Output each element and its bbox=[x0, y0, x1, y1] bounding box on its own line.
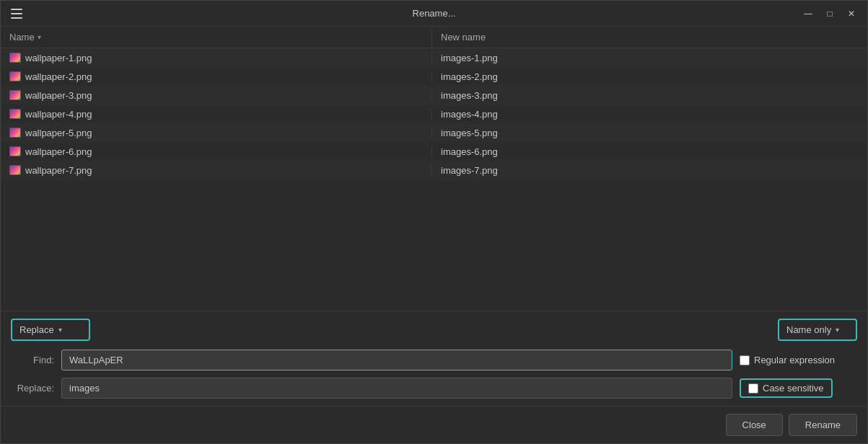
menu-button[interactable] bbox=[6, 4, 27, 24]
cell-newname: images-7.png bbox=[432, 165, 867, 176]
action-row: Close Rename bbox=[1, 406, 867, 443]
mode-dropdown[interactable]: Replace ▾ bbox=[11, 319, 90, 341]
cell-newname: images-3.png bbox=[432, 90, 867, 101]
cell-name: wallpaper-2.png bbox=[1, 71, 432, 82]
find-row: Find: Regular expression bbox=[11, 350, 857, 370]
hamburger-line-1 bbox=[11, 9, 22, 10]
cell-newname: images-2.png bbox=[432, 71, 867, 82]
scope-dropdown-arrow: ▾ bbox=[836, 326, 839, 334]
table-row[interactable]: wallpaper-4.pngimages-4.png bbox=[1, 105, 867, 123]
minimize-button[interactable]: — bbox=[798, 4, 818, 24]
column-header-newname: New name bbox=[432, 32, 867, 43]
rename-button[interactable]: Rename bbox=[789, 414, 857, 436]
close-window-icon: ✕ bbox=[848, 9, 855, 19]
table-row[interactable]: wallpaper-2.pngimages-2.png bbox=[1, 67, 867, 86]
file-icon bbox=[9, 53, 21, 63]
cell-name: wallpaper-5.png bbox=[1, 128, 432, 138]
file-icon bbox=[9, 90, 21, 100]
close-button[interactable]: Close bbox=[726, 414, 783, 436]
table-row[interactable]: wallpaper-1.pngimages-1.png bbox=[1, 48, 867, 67]
bottom-controls: Replace ▾ Name only ▾ Find: Regular expr… bbox=[1, 311, 867, 406]
cell-newname: images-4.png bbox=[432, 109, 867, 120]
regex-checkbox[interactable] bbox=[740, 355, 750, 365]
file-icon bbox=[9, 165, 21, 175]
replace-input[interactable] bbox=[61, 378, 732, 399]
table-header: Name ▾ New name bbox=[1, 27, 867, 48]
cell-name: wallpaper-6.png bbox=[1, 146, 432, 157]
regex-checkbox-area: Regular expression bbox=[740, 355, 835, 365]
replace-row: Replace: Case sensitive bbox=[11, 378, 857, 399]
cell-name: wallpaper-7.png bbox=[1, 165, 432, 176]
minimize-icon: — bbox=[804, 9, 812, 19]
cell-newname: images-1.png bbox=[432, 53, 867, 63]
window-title: Rename... bbox=[413, 8, 456, 19]
table-row[interactable]: wallpaper-6.pngimages-6.png bbox=[1, 142, 867, 161]
cell-newname: images-5.png bbox=[432, 128, 867, 138]
column-header-name[interactable]: Name ▾ bbox=[1, 27, 432, 48]
cell-newname: images-6.png bbox=[432, 146, 867, 157]
sort-icon: ▾ bbox=[38, 33, 41, 41]
file-name: wallpaper-2.png bbox=[25, 71, 92, 82]
table-row[interactable]: wallpaper-3.pngimages-3.png bbox=[1, 86, 867, 105]
maximize-button[interactable]: □ bbox=[820, 4, 840, 24]
controls-row: Replace ▾ Name only ▾ bbox=[11, 319, 857, 341]
case-sensitive-area: Case sensitive bbox=[740, 378, 833, 398]
cell-name: wallpaper-3.png bbox=[1, 90, 432, 101]
file-table: wallpaper-1.pngimages-1.pngwallpaper-2.p… bbox=[1, 48, 867, 311]
file-name: wallpaper-3.png bbox=[25, 90, 92, 101]
file-name: wallpaper-4.png bbox=[25, 109, 92, 120]
file-name: wallpaper-6.png bbox=[25, 146, 92, 157]
find-label: Find: bbox=[11, 355, 54, 365]
mode-dropdown-label: Replace bbox=[19, 324, 54, 335]
fields-area: Find: Regular expression Replace: Case s… bbox=[11, 350, 857, 399]
file-icon bbox=[9, 71, 21, 81]
cell-name: wallpaper-1.png bbox=[1, 53, 432, 63]
file-name: wallpaper-7.png bbox=[25, 165, 92, 176]
scope-dropdown[interactable]: Name only ▾ bbox=[778, 319, 857, 341]
table-row[interactable]: wallpaper-7.pngimages-7.png bbox=[1, 161, 867, 179]
file-name: wallpaper-5.png bbox=[25, 128, 92, 138]
title-bar: Rename... — □ ✕ bbox=[1, 1, 867, 27]
maximize-icon: □ bbox=[827, 9, 832, 19]
regex-label: Regular expression bbox=[754, 355, 835, 365]
replace-label: Replace: bbox=[11, 383, 54, 394]
scope-dropdown-label: Name only bbox=[786, 324, 831, 335]
file-name: wallpaper-1.png bbox=[25, 53, 92, 63]
rename-dialog: Rename... — □ ✕ Name ▾ New name wallpape… bbox=[0, 0, 868, 444]
hamburger-line-3 bbox=[11, 17, 22, 19]
find-input[interactable] bbox=[61, 350, 732, 370]
hamburger-line-2 bbox=[11, 13, 22, 14]
case-sensitive-checkbox[interactable] bbox=[748, 383, 758, 394]
case-sensitive-label: Case sensitive bbox=[763, 383, 824, 394]
file-icon bbox=[9, 128, 21, 138]
file-icon bbox=[9, 146, 21, 156]
window-controls: — □ ✕ bbox=[798, 4, 862, 24]
close-window-button[interactable]: ✕ bbox=[841, 4, 862, 24]
mode-dropdown-arrow: ▾ bbox=[58, 326, 62, 334]
cell-name: wallpaper-4.png bbox=[1, 109, 432, 120]
file-icon bbox=[9, 109, 21, 119]
title-bar-left bbox=[6, 4, 27, 24]
table-row[interactable]: wallpaper-5.pngimages-5.png bbox=[1, 123, 867, 142]
